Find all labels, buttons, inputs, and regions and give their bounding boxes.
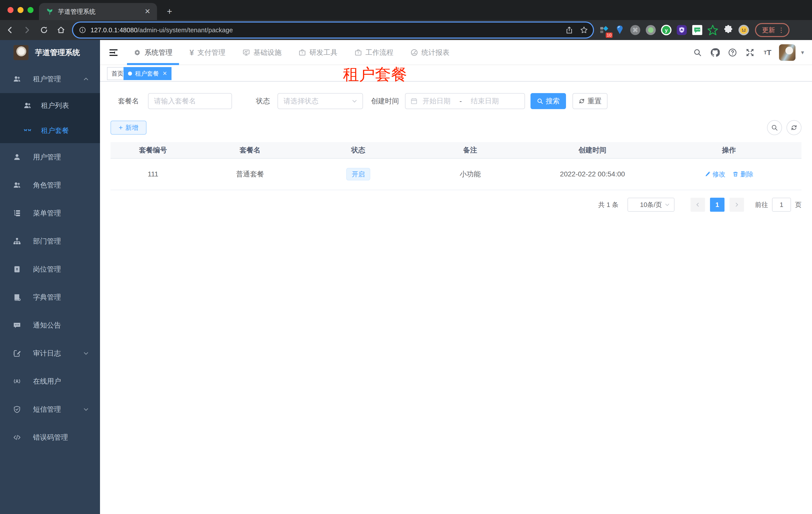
- peoples-icon: [13, 75, 21, 83]
- search-icon[interactable]: [692, 47, 703, 59]
- tag-tenant-package[interactable]: 租户套餐 ✕: [123, 67, 172, 80]
- browser-update-button[interactable]: 更新 ⋮: [755, 23, 789, 37]
- extension-blue-diamond-icon[interactable]: 10: [599, 25, 609, 35]
- site-info-icon[interactable]: [79, 27, 86, 33]
- reset-button[interactable]: 重置: [573, 93, 608, 109]
- column-header[interactable]: 套餐编号: [111, 142, 196, 158]
- sidebar-item-label: 岗位管理: [33, 265, 61, 274]
- sidebar-item-notice[interactable]: 通知公告: [0, 311, 100, 339]
- filter-date-label: 创建时间: [371, 93, 399, 109]
- sidebar-item-label: 菜单管理: [33, 209, 61, 218]
- status-select[interactable]: 请选择状态: [278, 93, 363, 109]
- share-icon[interactable]: [566, 26, 573, 34]
- table-row[interactable]: 111 普通套餐 开启 小功能 2022-02-22 00:54:00 修改: [111, 159, 802, 190]
- sidebar-item-online-users[interactable]: 在线用户: [0, 367, 100, 396]
- sidebar-item-error-code[interactable]: 错误码管理: [0, 424, 100, 452]
- bookmark-star-icon[interactable]: [580, 26, 588, 34]
- browser-tab[interactable]: 芋道管理系统 ✕: [39, 3, 157, 20]
- page-size-select[interactable]: 10条/页: [628, 198, 674, 212]
- home-icon[interactable]: [54, 23, 68, 37]
- avatar-caret-icon[interactable]: ▼: [800, 50, 805, 56]
- topnav-item-reports[interactable]: 统计报表: [402, 40, 458, 65]
- sidebar-item-dept-management[interactable]: 部门管理: [0, 227, 100, 255]
- traffic-light-close[interactable]: [7, 7, 13, 13]
- sidebar-item-dict-management[interactable]: 字典管理: [0, 283, 100, 311]
- extension-command-icon[interactable]: ⌘: [630, 25, 640, 35]
- cell-remark: 小功能: [412, 159, 528, 190]
- tab-close-icon[interactable]: ✕: [143, 7, 152, 16]
- url-text[interactable]: 127.0.0.1:48080/admin-ui/system/tenant/p…: [90, 26, 566, 34]
- prev-page-icon[interactable]: [691, 198, 705, 212]
- avatar[interactable]: [779, 44, 795, 61]
- extension-balloon-icon[interactable]: [614, 25, 625, 35]
- sidebar-item-audit-log[interactable]: 审计日志: [0, 339, 100, 367]
- package-name-input[interactable]: 请输入套餐名: [148, 93, 232, 109]
- reload-icon[interactable]: [37, 23, 51, 37]
- active-dot-icon: [128, 72, 132, 76]
- traffic-light-minimize[interactable]: [18, 7, 24, 13]
- extension-emoji-icon[interactable]: [738, 25, 749, 35]
- topnav-item-payment[interactable]: ¥ 支付管理: [181, 40, 234, 65]
- extension-shield-purple-icon[interactable]: [676, 25, 687, 35]
- extension-green-dot-icon[interactable]: [645, 25, 656, 35]
- table-search-toggle-icon[interactable]: [767, 120, 782, 135]
- screenshot-root: 芋道管理系统 ✕ + 127.0.0.1:48080/admin-ui/syst…: [0, 0, 812, 514]
- delete-link[interactable]: 删除: [732, 170, 754, 179]
- topnav-item-system[interactable]: 系统管理: [125, 40, 181, 65]
- column-header[interactable]: 操作: [657, 142, 802, 158]
- sidebar-item-tenant-list[interactable]: 租户列表: [0, 93, 100, 118]
- font-size-icon[interactable]: TT: [761, 47, 774, 59]
- column-header[interactable]: 创建时间: [528, 142, 656, 158]
- pagination-total: 共 1 条: [598, 200, 618, 209]
- extension-chat-green-icon[interactable]: [692, 25, 702, 35]
- column-header[interactable]: 状态: [305, 142, 412, 158]
- sidebar-item-menu-management[interactable]: 菜单管理: [0, 199, 100, 227]
- sidebar-item-label: 字典管理: [33, 293, 61, 302]
- column-header[interactable]: 套餐名: [196, 142, 305, 158]
- page-number-button[interactable]: 1: [710, 198, 725, 212]
- next-page-icon[interactable]: [729, 198, 744, 212]
- sidebar-item-tenant-package[interactable]: 租户套餐: [0, 118, 100, 143]
- chevron-down-icon: [83, 406, 89, 412]
- sidebar-collapse-icon[interactable]: [108, 47, 119, 58]
- back-icon[interactable]: [3, 23, 17, 37]
- fullscreen-icon[interactable]: [744, 47, 756, 59]
- sidebar-item-label: 审计日志: [33, 349, 61, 358]
- table-refresh-icon[interactable]: [786, 120, 802, 135]
- favicon-seedling-icon: [46, 8, 54, 15]
- org-tree-icon: [13, 237, 21, 245]
- extensions-row: 10 ⌘ y: [599, 25, 749, 35]
- filter-form: 套餐名 请输入套餐名 状态 请选择状态 创建时间: [100, 93, 812, 109]
- sidebar-logo[interactable]: 芋道管理系统: [0, 40, 100, 65]
- add-button[interactable]: + 新增: [111, 120, 146, 135]
- traffic-light-zoom[interactable]: [28, 7, 33, 13]
- date-range-picker[interactable]: 开始日期 - 结束日期: [405, 93, 525, 109]
- url-bar[interactable]: 127.0.0.1:48080/admin-ui/system/tenant/p…: [73, 23, 593, 37]
- sidebar: 芋道管理系统 租户管理 租: [0, 40, 100, 514]
- extension-star-green-icon[interactable]: [707, 25, 718, 35]
- forward-icon[interactable]: [20, 23, 34, 37]
- browser-menu-kebab-icon[interactable]: ⋮: [778, 26, 784, 34]
- tag-close-icon[interactable]: ✕: [163, 70, 167, 77]
- goto-page-input[interactable]: 1: [772, 198, 791, 212]
- goto-unit-label: 页: [795, 200, 802, 209]
- topnav-item-devtools[interactable]: 研发工具: [290, 40, 346, 65]
- extensions-puzzle-icon[interactable]: [723, 25, 733, 35]
- sidebar-item-tenant-management[interactable]: 租户管理: [0, 65, 100, 93]
- logo-rabbit-image: [13, 45, 29, 60]
- sidebar-item-user-management[interactable]: 用户管理: [0, 143, 100, 171]
- sidebar-item-post-management[interactable]: 岗位管理: [0, 255, 100, 283]
- calendar-icon: [410, 98, 417, 105]
- sidebar-item-role-management[interactable]: 角色管理: [0, 171, 100, 199]
- github-icon[interactable]: [709, 47, 721, 59]
- topnav-item-workflow[interactable]: 工作流程: [346, 40, 402, 65]
- topnav-item-infrastructure[interactable]: 基础设施: [234, 40, 290, 65]
- tag-label: 首页: [112, 70, 123, 78]
- new-tab-button[interactable]: +: [163, 5, 176, 18]
- help-icon[interactable]: [726, 47, 738, 59]
- search-button[interactable]: 搜索: [530, 93, 566, 109]
- edit-link[interactable]: 修改: [704, 170, 725, 179]
- sidebar-item-sms-management[interactable]: 短信管理: [0, 396, 100, 424]
- column-header[interactable]: 备注: [412, 142, 528, 158]
- extension-y-green-icon[interactable]: y: [661, 25, 671, 35]
